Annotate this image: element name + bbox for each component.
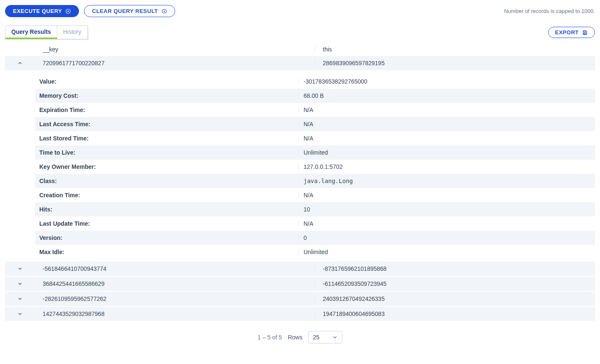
- detail-value: java.lang.Long: [299, 178, 595, 184]
- export-label: EXPORT: [555, 29, 579, 36]
- detail-row-creation-time: Creation Time:N/A: [35, 188, 595, 202]
- rows-per-page-select[interactable]: 25: [308, 331, 342, 344]
- rows-per-page-label: Rows: [288, 334, 302, 341]
- detail-value: 127.0.0.1:5702: [299, 163, 595, 170]
- detail-label: Last Access Time:: [39, 121, 299, 127]
- detail-label: Creation Time:: [39, 192, 299, 199]
- chevron-down-icon: [332, 334, 338, 340]
- play-circle-icon: [65, 8, 71, 14]
- chevron-down-icon: [17, 281, 23, 287]
- table-row: -5618466410700943774 -873176596210189586…: [5, 262, 595, 276]
- detail-label: Version:: [39, 234, 299, 241]
- clear-query-result-button[interactable]: CLEAR QUERY RESULT: [84, 5, 175, 17]
- mid-row: Query Results History EXPORT: [5, 25, 595, 39]
- cell-key: -2826109595962577262: [35, 295, 315, 302]
- chevron-down-icon: [17, 296, 23, 302]
- detail-value: N/A: [299, 220, 595, 227]
- table-row: 1427443529032987968 1947189400604695083: [5, 307, 595, 321]
- column-header-this[interactable]: this: [315, 46, 595, 53]
- detail-value: N/A: [299, 192, 595, 199]
- svg-rect-2: [584, 33, 586, 34]
- row-details: Value:-3017836538292765000 Memory Cost:6…: [35, 74, 595, 259]
- detail-label: Hits:: [39, 206, 299, 213]
- detail-value: N/A: [299, 107, 595, 113]
- table-header-row: __key this: [5, 43, 595, 56]
- detail-row-max-idle: Max Idle:Unlimited: [35, 245, 595, 259]
- export-button[interactable]: EXPORT: [548, 27, 595, 38]
- top-buttons: EXECUTE QUERY CLEAR QUERY RESULT: [5, 5, 175, 17]
- tab-query-results[interactable]: Query Results: [5, 26, 57, 39]
- table-row: 3684425441665586629 -6114652093509723945: [5, 277, 595, 291]
- detail-row-version: Version:0: [35, 231, 595, 245]
- detail-row-class: Class:java.lang.Long: [35, 174, 595, 188]
- detail-row-last-access-time: Last Access Time:N/A: [35, 117, 595, 131]
- detail-label: Last Stored Time:: [39, 135, 299, 142]
- top-bar: EXECUTE QUERY CLEAR QUERY RESULT Number …: [5, 5, 595, 17]
- row-expander[interactable]: [5, 266, 35, 272]
- detail-label: Time to Live:: [39, 149, 299, 156]
- row-expander[interactable]: [5, 60, 35, 66]
- cell-key: 3684425441665586629: [35, 280, 315, 287]
- result-tabs: Query Results History: [5, 25, 88, 39]
- detail-row-last-update-time: Last Update Time:N/A: [35, 216, 595, 231]
- column-header-key[interactable]: __key: [35, 46, 315, 53]
- cell-this: -6114652093509723945: [315, 280, 595, 287]
- detail-value: 68.00 B: [299, 92, 595, 99]
- cell-this: 2869839096597829195: [315, 60, 595, 66]
- execute-query-button[interactable]: EXECUTE QUERY: [5, 5, 79, 17]
- detail-row-expiration-time: Expiration Time:N/A: [35, 103, 595, 117]
- chevron-down-icon: [17, 311, 23, 317]
- clear-query-result-label: CLEAR QUERY RESULT: [92, 8, 158, 14]
- detail-label: Last Update Time:: [39, 220, 299, 227]
- rows-per-page-value: 25: [313, 334, 319, 341]
- detail-row-memory-cost: Memory Cost:68.00 B: [35, 89, 595, 103]
- clear-circle-icon: [161, 8, 167, 14]
- detail-row-value: Value:-3017836538292765000: [35, 74, 595, 89]
- records-cap-text: Number of records is capped to 1000.: [504, 8, 595, 14]
- detail-label: Expiration Time:: [39, 107, 299, 113]
- detail-label: Memory Cost:: [39, 92, 299, 99]
- detail-value: -3017836538292765000: [299, 78, 595, 85]
- cell-key: -5618466410700943774: [35, 265, 315, 272]
- detail-label: Class:: [39, 178, 299, 184]
- cell-this: 2403912670492426335: [315, 295, 595, 302]
- detail-label: Max Idle:: [39, 249, 299, 255]
- detail-value: Unlimited: [299, 249, 595, 255]
- save-icon: [582, 30, 588, 36]
- cell-this: -8731765962101895868: [315, 265, 595, 272]
- detail-row-key-owner-member: Key Owner Member:127.0.0.1:5702: [35, 160, 595, 174]
- detail-label: Value:: [39, 78, 299, 85]
- cell-key: 1427443529032987968: [35, 311, 315, 317]
- row-expander[interactable]: [5, 311, 35, 317]
- detail-value: N/A: [299, 121, 595, 127]
- detail-value: Unlimited: [299, 149, 595, 156]
- execute-query-label: EXECUTE QUERY: [13, 8, 62, 14]
- detail-row-hits: Hits:10: [35, 202, 595, 216]
- detail-value: N/A: [299, 135, 595, 142]
- detail-label: Key Owner Member:: [39, 163, 299, 170]
- detail-value: 10: [299, 206, 595, 213]
- results-table: __key this 7209961771700220827 286983909…: [5, 43, 595, 321]
- detail-value: 0: [299, 234, 595, 241]
- tab-history[interactable]: History: [57, 26, 87, 39]
- chevron-down-icon: [17, 266, 23, 272]
- detail-row-time-to-live: Time to Live:Unlimited: [35, 145, 595, 160]
- detail-row-last-stored-time: Last Stored Time:N/A: [35, 131, 595, 145]
- chevron-up-icon: [17, 60, 23, 66]
- row-expander[interactable]: [5, 296, 35, 302]
- pagination-range: 1 – 5 of 5: [258, 334, 282, 341]
- table-row: 7209961771700220827 2869839096597829195: [5, 56, 595, 70]
- row-expander[interactable]: [5, 281, 35, 287]
- table-row: -2826109595962577262 2403912670492426335: [5, 292, 595, 306]
- cell-this: 1947189400604695083: [315, 311, 595, 317]
- cell-key: 7209961771700220827: [35, 60, 315, 66]
- table-footer: 1 – 5 of 5 Rows 25: [5, 328, 595, 347]
